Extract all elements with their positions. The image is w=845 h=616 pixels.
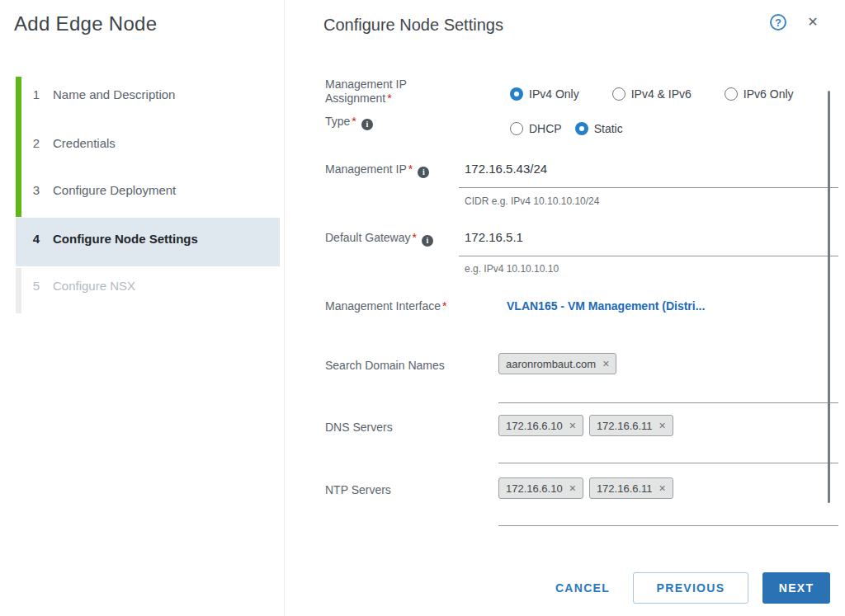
management-interface-link[interactable]: VLAN165 - VM Management (Distri...	[507, 299, 705, 313]
wizard-sidebar: Add Edge Node 1 Name and Description 2 C…	[0, 0, 285, 616]
chip-remove-icon[interactable]	[569, 420, 576, 431]
chip-text: 172.16.6.11	[597, 420, 653, 432]
input-underline	[498, 402, 838, 403]
input-underline	[498, 525, 838, 526]
next-button[interactable]: NEXT	[762, 572, 830, 604]
step-label: Configure Node Settings	[53, 232, 198, 246]
info-icon[interactable]	[361, 119, 373, 130]
radio-dhcp[interactable]	[510, 122, 523, 135]
radio-label: IPv6 Only	[744, 87, 794, 101]
radio-ipv6-only[interactable]	[725, 87, 738, 101]
default-gateway-hint: e.g. IPv4 10.10.10.10	[465, 263, 559, 275]
radio-item-ipv4-only: IPv4 Only	[510, 87, 579, 101]
step-number: 3	[30, 183, 43, 197]
dns-server-chips: 172.16.6.10 172.16.6.11	[498, 415, 673, 436]
radio-item-dhcp: DHCP	[510, 122, 562, 135]
step-label: Name and Description	[53, 87, 175, 101]
dialog-title: Add Edge Node	[14, 12, 157, 35]
chip-text: 172.16.6.10	[506, 420, 563, 432]
radio-item-ipv6-only: IPv6 Only	[725, 87, 794, 101]
add-edge-node-dialog: Add Edge Node 1 Name and Description 2 C…	[0, 0, 845, 616]
management-interface-label: Management Interface	[325, 299, 447, 313]
radio-label: Static	[594, 122, 623, 135]
close-icon[interactable]	[804, 12, 822, 31]
sidebar-step-configure-node-settings[interactable]: 4 Configure Node Settings	[0, 232, 198, 246]
vertical-scrollbar-thumb[interactable]	[828, 91, 830, 503]
input-underline	[459, 256, 838, 256]
search-domain-names-label: Search Domain Names	[325, 359, 445, 373]
cancel-button[interactable]: CANCEL	[537, 572, 628, 604]
step-number: 1	[30, 87, 43, 101]
chip-text: 172.16.6.11	[597, 482, 653, 495]
chip-remove-icon[interactable]	[569, 482, 576, 494]
label-text: Management Interface	[325, 299, 447, 313]
management-ip-input[interactable]: 172.16.5.43/24	[465, 162, 547, 176]
sidebar-step-credentials[interactable]: 2 Credentials	[0, 136, 116, 150]
step-number: 4	[30, 232, 43, 246]
radio-ipv4-only[interactable]	[510, 87, 523, 101]
page-title: Configure Node Settings	[323, 16, 503, 35]
step-content-panel: Configure Node Settings Management IP As…	[286, 0, 845, 616]
radio-item-static: Static	[575, 122, 623, 135]
label-text: Type	[325, 115, 356, 128]
default-gateway-label: Default Gateway	[325, 231, 433, 247]
chip-dns-server: 172.16.6.11	[589, 415, 673, 436]
radio-static[interactable]	[575, 122, 588, 135]
chip-ntp-server: 172.16.6.10	[498, 477, 583, 499]
management-ip-hint: CIDR e.g. IPv4 10.10.10.10/24	[465, 195, 599, 207]
info-icon[interactable]	[422, 235, 433, 247]
sidebar-step-configure-deployment[interactable]: 3 Configure Deployment	[0, 183, 176, 197]
sidebar-step-name-and-description[interactable]: 1 Name and Description	[0, 87, 175, 101]
chip-text: 172.16.6.10	[506, 482, 563, 495]
management-ip-label: Management IP	[325, 162, 429, 178]
step-number: 2	[30, 136, 43, 150]
radio-label: IPv4 Only	[529, 87, 579, 101]
default-gateway-input[interactable]: 172.16.5.1	[465, 230, 523, 244]
search-domain-chips: aaronrombaut.com	[498, 353, 616, 374]
input-underline	[498, 463, 838, 463]
dns-servers-label: DNS Servers	[325, 421, 393, 435]
ntp-server-chips: 172.16.6.10 172.16.6.11	[498, 477, 673, 499]
help-icon[interactable]	[770, 14, 786, 31]
radio-item-ipv4-ipv6: IPv4 & IPv6	[612, 87, 692, 101]
ntp-servers-label: NTP Servers	[325, 483, 391, 497]
radio-ipv4-ipv6[interactable]	[612, 87, 625, 101]
chip-text: aaronrombaut.com	[506, 358, 596, 370]
chip-remove-icon[interactable]	[602, 358, 609, 369]
label-text: Default Gateway	[325, 231, 417, 244]
radio-label: IPv4 & IPv6	[631, 87, 692, 101]
chip-search-domain: aaronrombaut.com	[498, 353, 616, 374]
type-radio-group: DHCP Static	[510, 122, 623, 135]
label-line2: Assignment	[325, 92, 392, 105]
previous-button[interactable]: PREVIOUS	[633, 572, 748, 604]
step-number: 5	[30, 279, 43, 293]
chip-dns-server: 172.16.6.10	[498, 415, 583, 436]
input-underline	[459, 187, 838, 188]
sidebar-step-configure-nsx: 5 Configure NSX	[0, 279, 135, 293]
label-line1: Management IP	[325, 78, 407, 91]
step-label: Credentials	[53, 136, 116, 150]
step-label: Configure NSX	[53, 279, 135, 293]
management-ip-assignment-label: Management IP Assignment	[325, 78, 407, 106]
ip-assignment-radio-group: IPv4 Only IPv4 & IPv6 IPv6 Only	[510, 87, 794, 101]
chip-remove-icon[interactable]	[659, 420, 666, 431]
info-icon[interactable]	[418, 167, 429, 178]
chip-remove-icon[interactable]	[659, 482, 666, 494]
step-label: Configure Deployment	[53, 183, 176, 197]
chip-ntp-server: 172.16.6.11	[589, 477, 673, 499]
radio-label: DHCP	[529, 122, 562, 135]
label-text: Management IP	[325, 162, 413, 176]
type-label: Type	[325, 115, 373, 130]
